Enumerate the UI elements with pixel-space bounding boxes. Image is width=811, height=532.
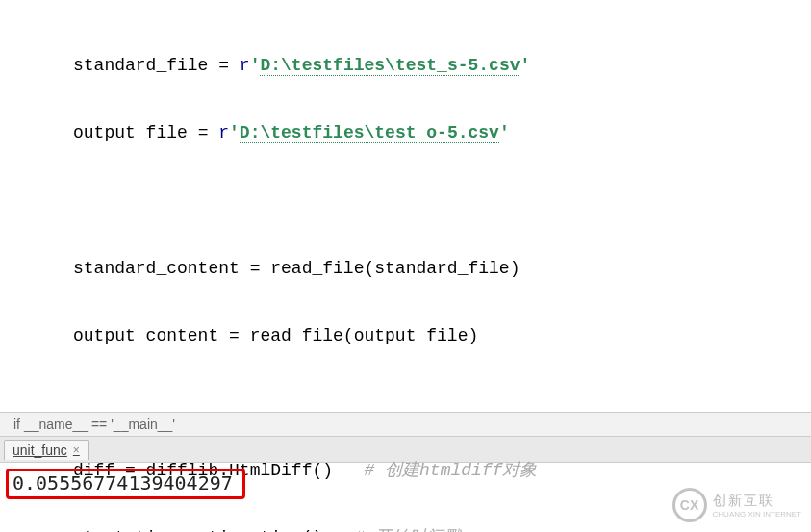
watermark-brand-en: CHUANG XIN INTERNET bbox=[713, 510, 801, 519]
breadcrumb-text: if __name__ == '__main__' bbox=[13, 417, 175, 432]
breadcrumb[interactable]: if __name__ == '__main__' bbox=[0, 412, 811, 437]
watermark-logo-icon: CX bbox=[672, 488, 707, 522]
code-line: output_content = read_file(output_file) bbox=[73, 319, 811, 353]
run-tab-unit-func[interactable]: unit_func × bbox=[4, 440, 89, 460]
close-icon[interactable]: × bbox=[73, 443, 80, 457]
code-line: start_time = time.time() # 开始时间戳 bbox=[73, 521, 811, 532]
blank-line bbox=[73, 184, 811, 217]
output-value-highlighted: 0.05556774139404297 bbox=[6, 469, 245, 499]
code-editor[interactable]: standard_file = r'D:\testfiles\test_s-5.… bbox=[0, 0, 811, 412]
watermark-brand-cn: 创新互联 bbox=[713, 493, 801, 510]
tab-label: unit_func bbox=[13, 443, 67, 458]
code-line: output_file = r'D:\testfiles\test_o-5.cs… bbox=[73, 116, 811, 150]
watermark: CX 创新互联 CHUANG XIN INTERNET bbox=[672, 488, 801, 522]
code-line: standard_file = r'D:\testfiles\test_s-5.… bbox=[73, 49, 811, 83]
code-line: standard_content = read_file(standard_fi… bbox=[73, 252, 811, 286]
